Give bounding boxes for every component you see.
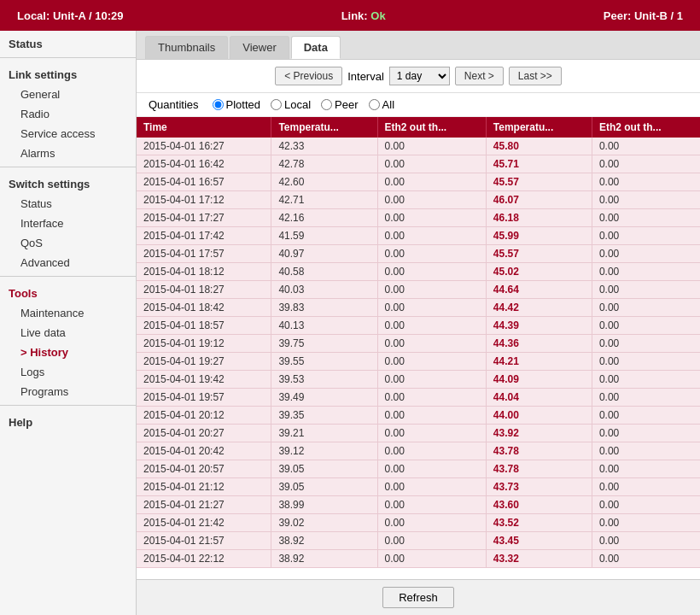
cell-r15-c4: 0.00 (592, 407, 700, 425)
table-row: 2015-04-01 19:5739.490.0044.040.00 (137, 389, 700, 407)
cell-r7-c0: 2015-04-01 18:12 (137, 263, 271, 281)
radio-local[interactable]: Local (271, 98, 311, 111)
sidebar-item-service-access[interactable]: Service access (0, 124, 136, 144)
cell-r12-c2: 0.00 (377, 353, 486, 371)
cell-r0-c4: 0.00 (592, 138, 700, 155)
table-container: Time Temperatu... Eth2 out th... Tempera… (137, 117, 700, 579)
cell-r7-c2: 0.00 (377, 263, 486, 281)
cell-r2-c0: 2015-04-01 16:57 (137, 173, 271, 191)
cell-r21-c3: 43.52 (486, 514, 592, 532)
cell-r14-c4: 0.00 (592, 389, 700, 407)
cell-r11-c4: 0.00 (592, 335, 700, 353)
table-row: 2015-04-01 21:4239.020.0043.520.00 (137, 514, 700, 532)
cell-r20-c0: 2015-04-01 21:27 (137, 496, 271, 514)
cell-r6-c1: 40.97 (271, 245, 377, 263)
cell-r8-c4: 0.00 (592, 281, 700, 299)
table-row: 2015-04-01 22:1238.920.0043.320.00 (137, 550, 700, 568)
radio-plotted[interactable]: Plotted (213, 98, 260, 111)
cell-r9-c2: 0.00 (377, 299, 486, 317)
cell-r23-c4: 0.00 (592, 550, 700, 568)
sidebar-section-tools[interactable]: Tools (0, 280, 136, 303)
cell-r22-c0: 2015-04-01 21:57 (137, 532, 271, 550)
local-info: Local: Unit-A / 10:29 (17, 9, 124, 22)
cell-r22-c3: 43.45 (486, 532, 592, 550)
cell-r23-c3: 43.32 (486, 550, 592, 568)
table-row: 2015-04-01 16:4242.780.0045.710.00 (137, 155, 700, 173)
cell-r4-c2: 0.00 (377, 209, 486, 227)
cell-r3-c3: 46.07 (486, 191, 592, 209)
local-label: Local: (17, 9, 50, 22)
last-button[interactable]: Last >> (509, 67, 562, 85)
sidebar-section-switch-settings[interactable]: Switch settings (0, 171, 136, 194)
table-row: 2015-04-01 21:1239.050.0043.730.00 (137, 478, 700, 496)
sidebar-item-maintenance[interactable]: Maintenance (0, 303, 136, 323)
cell-r6-c2: 0.00 (377, 245, 486, 263)
sidebar-item-logs[interactable]: Logs (0, 362, 136, 382)
cell-r21-c4: 0.00 (592, 514, 700, 532)
cell-r19-c4: 0.00 (592, 478, 700, 496)
interval-select[interactable]: 1 hour 4 hours 1 day 1 week (389, 67, 450, 85)
sidebar-section-link-settings[interactable]: Link settings (0, 62, 136, 85)
previous-button[interactable]: < Previous (275, 67, 342, 85)
tab-data[interactable]: Data (291, 36, 341, 59)
sidebar-item-qos[interactable]: QoS (0, 233, 136, 253)
table-row: 2015-04-01 19:1239.750.0044.360.00 (137, 335, 700, 353)
radio-all[interactable]: All (369, 98, 394, 111)
table-row: 2015-04-01 21:2738.990.0043.600.00 (137, 496, 700, 514)
sidebar-item-history[interactable]: > History (0, 343, 136, 362)
cell-r19-c1: 39.05 (271, 478, 377, 496)
cell-r19-c3: 43.73 (486, 478, 592, 496)
tab-viewer[interactable]: Viewer (230, 36, 289, 59)
table-row: 2015-04-01 18:1240.580.0045.020.00 (137, 263, 700, 281)
sidebar-item-switch-status[interactable]: Status (0, 194, 136, 214)
cell-r5-c4: 0.00 (592, 227, 700, 245)
cell-r9-c1: 39.83 (271, 299, 377, 317)
cell-r8-c2: 0.00 (377, 281, 486, 299)
sidebar-item-general[interactable]: General (0, 85, 136, 104)
cell-r13-c4: 0.00 (592, 371, 700, 389)
data-panel: < Previous Interval 1 hour 4 hours 1 day… (137, 60, 700, 579)
col-header-eth2out2: Eth2 out th... (592, 117, 700, 138)
sidebar-item-interface[interactable]: Interface (0, 214, 136, 233)
tabs-bar: Thumbnails Viewer Data (137, 31, 700, 60)
refresh-button[interactable]: Refresh (382, 587, 454, 608)
cell-r1-c2: 0.00 (377, 155, 486, 173)
sidebar-item-programs[interactable]: Programs (0, 382, 136, 401)
cell-r4-c4: 0.00 (592, 209, 700, 227)
sidebar-section-help[interactable]: Help (0, 409, 136, 432)
cell-r17-c2: 0.00 (377, 442, 486, 460)
cell-r5-c0: 2015-04-01 17:42 (137, 227, 271, 245)
cell-r5-c1: 41.59 (271, 227, 377, 245)
sidebar-item-live-data[interactable]: Live data (0, 323, 136, 343)
cell-r8-c3: 44.64 (486, 281, 592, 299)
sidebar-section-status[interactable]: Status (0, 31, 136, 54)
next-button[interactable]: Next > (455, 67, 504, 85)
cell-r10-c4: 0.00 (592, 317, 700, 335)
sidebar-item-radio[interactable]: Radio (0, 104, 136, 124)
cell-r14-c2: 0.00 (377, 389, 486, 407)
bottom-bar: Refresh (137, 579, 700, 615)
cell-r15-c1: 39.35 (271, 407, 377, 425)
sidebar-item-advanced[interactable]: Advanced (0, 253, 136, 272)
cell-r3-c0: 2015-04-01 17:12 (137, 191, 271, 209)
tab-thumbnails[interactable]: Thumbnails (145, 36, 228, 59)
cell-r20-c2: 0.00 (377, 496, 486, 514)
cell-r1-c0: 2015-04-01 16:42 (137, 155, 271, 173)
cell-r1-c1: 42.78 (271, 155, 377, 173)
cell-r19-c2: 0.00 (377, 478, 486, 496)
cell-r8-c0: 2015-04-01 18:27 (137, 281, 271, 299)
cell-r20-c3: 43.60 (486, 496, 592, 514)
cell-r10-c3: 44.39 (486, 317, 592, 335)
cell-r10-c0: 2015-04-01 18:57 (137, 317, 271, 335)
main-area: Status Link settings General Radio Servi… (0, 31, 700, 615)
cell-r0-c3: 45.80 (486, 138, 592, 155)
radio-peer[interactable]: Peer (321, 98, 358, 111)
cell-r17-c3: 43.78 (486, 442, 592, 460)
cell-r12-c0: 2015-04-01 19:27 (137, 353, 271, 371)
cell-r21-c0: 2015-04-01 21:42 (137, 514, 271, 532)
cell-r10-c2: 0.00 (377, 317, 486, 335)
cell-r12-c3: 44.21 (486, 353, 592, 371)
sidebar-item-alarms[interactable]: Alarms (0, 144, 136, 163)
table-header-row: Time Temperatu... Eth2 out th... Tempera… (137, 117, 700, 138)
cell-r6-c3: 45.57 (486, 245, 592, 263)
